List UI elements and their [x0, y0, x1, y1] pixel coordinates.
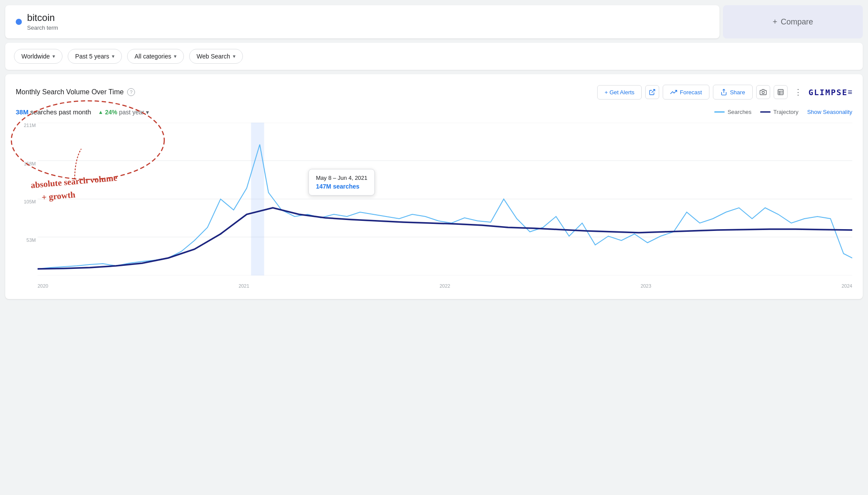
searches-label: Searches [727, 109, 751, 115]
top-section: bitcoin Search term + Compare [5, 5, 863, 38]
chart-header: Monthly Search Volume Over Time ? + Get … [16, 85, 852, 100]
chart-section: Monthly Search Volume Over Time ? + Get … [5, 74, 863, 299]
filter-category-label: All categories [135, 53, 171, 60]
blue-dot [16, 19, 22, 25]
chart-legend: Searches Trajectory Show Seasonality [714, 109, 852, 115]
search-term-text: bitcoin Search term [27, 12, 58, 31]
question-mark: ? [130, 89, 132, 95]
growth-up-icon: ▲ [98, 109, 104, 115]
glimpse-logo-e: ≡ [847, 88, 852, 97]
forecast-label: Forecast [680, 89, 702, 96]
share-label: Share [730, 89, 745, 96]
more-dots-icon: ⋮ [794, 87, 802, 97]
x-label-2024: 2024 [842, 283, 852, 289]
svg-rect-3 [778, 89, 783, 95]
compare-button[interactable]: + Compare [723, 5, 863, 38]
share-button[interactable]: Share [713, 85, 753, 100]
stats-left: 38M searches past month ▲ 24% past year … [16, 108, 149, 116]
camera-button[interactable] [756, 85, 770, 99]
svg-rect-12 [251, 123, 264, 275]
filter-time-range[interactable]: Past 5 years ▾ [68, 49, 122, 64]
chart-title-area: Monthly Search Volume Over Time ? [16, 88, 135, 96]
filter-search-type-label: Web Search [197, 53, 230, 60]
get-alerts-button[interactable]: + Get Alerts [597, 85, 642, 100]
trend-icon [670, 89, 677, 96]
chevron-down-icon: ▾ [174, 53, 176, 59]
filter-bar: Worldwide ▾ Past 5 years ▾ All categorie… [5, 43, 863, 70]
compare-plus: + [773, 17, 778, 27]
more-options-button[interactable]: ⋮ [791, 85, 805, 99]
chevron-down-icon: ▾ [233, 53, 235, 59]
search-term-type: Search term [27, 24, 58, 31]
forecast-button[interactable]: Forecast [663, 85, 709, 100]
external-link-button[interactable] [645, 85, 659, 99]
monthly-searches: 38M searches past month [16, 108, 91, 116]
share-icon [720, 89, 727, 96]
x-label-2023: 2023 [640, 283, 651, 289]
filter-location[interactable]: Worldwide ▾ [14, 49, 62, 64]
svg-line-0 [652, 89, 655, 93]
filter-time-range-label: Past 5 years [75, 53, 109, 60]
y-label-105m: 105M [16, 199, 38, 204]
help-icon[interactable]: ? [127, 88, 135, 96]
monthly-volume: 38M [16, 108, 28, 116]
get-alerts-label: + Get Alerts [605, 89, 634, 96]
svg-point-2 [762, 91, 764, 93]
trajectory-line-icon [760, 111, 771, 113]
table-icon [777, 89, 784, 96]
chart-title: Monthly Search Volume Over Time [16, 88, 124, 96]
chevron-down-icon: ▾ [52, 53, 55, 59]
chevron-down-icon: ▾ [146, 109, 149, 116]
chevron-down-icon: ▾ [112, 53, 114, 59]
x-label-2021: 2021 [239, 283, 249, 289]
growth-period: past year [119, 109, 145, 116]
search-term-box: bitcoin Search term [5, 5, 719, 38]
compare-label: Compare [781, 17, 813, 27]
legend-searches: Searches [714, 109, 751, 115]
y-label-211m: 211M [16, 123, 38, 128]
monthly-label: searches past month [30, 108, 91, 116]
chart-svg [38, 123, 852, 275]
search-term-name: bitcoin [27, 12, 58, 24]
table-button[interactable] [774, 85, 788, 99]
y-axis: 211M 158M 105M 53M [16, 123, 38, 289]
growth-pct: 24% [105, 109, 118, 116]
trajectory-label: Trajectory [773, 109, 798, 115]
x-axis: 2020 2021 2022 2023 2024 [38, 283, 852, 289]
x-label-2022: 2022 [439, 283, 450, 289]
stats-row: 38M searches past month ▲ 24% past year … [16, 108, 852, 116]
filter-search-type[interactable]: Web Search ▾ [189, 49, 243, 64]
y-label-158m: 158M [16, 161, 38, 166]
legend-trajectory: Trajectory [760, 109, 798, 115]
growth-badge[interactable]: ▲ 24% past year ▾ [98, 109, 149, 116]
y-label-53m: 53M [16, 237, 38, 243]
glimpse-logo: GLIMPSE [809, 88, 848, 97]
chart-actions: + Get Alerts Forecast [597, 85, 852, 100]
x-label-2020: 2020 [38, 283, 48, 289]
camera-icon [760, 89, 767, 96]
filter-location-label: Worldwide [21, 53, 50, 60]
searches-line-icon [714, 111, 725, 113]
filter-category[interactable]: All categories ▾ [127, 49, 184, 64]
show-seasonality-button[interactable]: Show Seasonality [807, 109, 852, 115]
external-link-icon [649, 89, 656, 96]
chart-area: 211M 158M 105M 53M May 8 – Jun 4, 2021 1… [16, 123, 852, 289]
